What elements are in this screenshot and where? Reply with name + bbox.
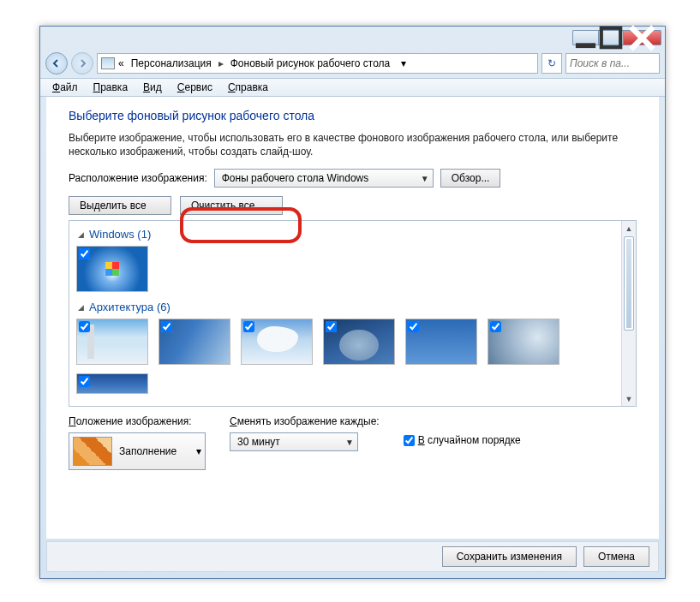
- position-label: Положение изображения:: [69, 415, 206, 427]
- group-windows[interactable]: ◢ Windows (1): [78, 228, 629, 241]
- address-dropdown-icon[interactable]: ▾: [397, 57, 410, 69]
- thumb-checkbox[interactable]: [161, 321, 172, 332]
- refresh-button[interactable]: ↻: [541, 53, 562, 74]
- chevron-down-icon: ▼: [345, 438, 354, 447]
- collapse-icon: ◢: [78, 230, 84, 239]
- nav-back-button[interactable]: [45, 52, 68, 75]
- menu-view[interactable]: Вид: [136, 80, 169, 95]
- breadcrumb-desktop-background[interactable]: Фоновый рисунок рабочего стола: [227, 56, 394, 71]
- selection-buttons: Выделить все Очистить все: [69, 196, 637, 215]
- svg-rect-1: [601, 28, 620, 47]
- wallpaper-list: ◢ Windows (1) ◢ Архитектура (6): [69, 220, 637, 407]
- maximize-button[interactable]: [598, 30, 624, 45]
- position-combo[interactable]: Заполнение ▾: [69, 432, 206, 470]
- thumb-checkbox[interactable]: [79, 248, 90, 259]
- wallpaper-thumb[interactable]: [159, 319, 230, 365]
- nav-forward-button[interactable]: [71, 52, 93, 75]
- clear-all-button[interactable]: Очистить все: [180, 196, 283, 215]
- page-title: Выберите фоновый рисунок рабочего стола: [69, 109, 637, 122]
- browse-button[interactable]: Обзор...: [440, 169, 501, 188]
- thumb-checkbox[interactable]: [79, 321, 90, 332]
- cancel-button[interactable]: Отмена: [583, 546, 649, 567]
- desktop-background-window: « Персонализация ▸ Фоновый рисунок рабоч…: [39, 26, 666, 579]
- scroll-down-icon[interactable]: ▼: [622, 391, 636, 406]
- scrollbar[interactable]: ▲ ▼: [621, 221, 636, 406]
- breadcrumb-personalization[interactable]: Персонализация: [128, 56, 215, 71]
- close-button[interactable]: [624, 30, 661, 45]
- wallpaper-thumb[interactable]: [323, 319, 395, 365]
- wallpaper-thumb[interactable]: [76, 246, 148, 292]
- wallpaper-thumb[interactable]: [488, 319, 559, 365]
- navbar: « Персонализация ▸ Фоновый рисунок рабоч…: [40, 49, 665, 78]
- menu-bar: Файл Правка Вид Сервис Справка: [40, 78, 665, 97]
- save-changes-button[interactable]: Сохранить изменения: [442, 546, 577, 567]
- menu-edit[interactable]: Правка: [87, 80, 135, 95]
- search-box[interactable]: [565, 53, 660, 74]
- content-area: Выберите фоновый рисунок рабочего стола …: [46, 97, 659, 539]
- chevron-right-icon: ▸: [218, 57, 224, 69]
- thumb-checkbox[interactable]: [490, 321, 501, 332]
- shuffle-option: В случайном порядке: [404, 434, 521, 446]
- location-row: Расположение изображения: Фоны рабочего …: [69, 169, 637, 188]
- minimize-button[interactable]: [572, 30, 598, 45]
- scrollbar-thumb[interactable]: [624, 236, 634, 331]
- thumb-checkbox[interactable]: [408, 321, 419, 332]
- wallpaper-thumb[interactable]: [241, 319, 313, 365]
- thumb-checkbox[interactable]: [79, 376, 90, 387]
- interval-label: Сменять изображение каждые:: [230, 415, 380, 427]
- menu-tools[interactable]: Сервис: [171, 80, 219, 95]
- location-label: Расположение изображения:: [69, 172, 207, 184]
- svg-rect-0: [576, 43, 595, 48]
- position-preview-icon: [73, 437, 112, 466]
- location-combo[interactable]: Фоны рабочего стола Windows ▼: [214, 169, 434, 188]
- menu-file[interactable]: Файл: [45, 80, 85, 95]
- page-description: Выберите изображение, чтобы использовать…: [69, 131, 637, 158]
- shuffle-label[interactable]: В случайном порядке: [418, 434, 521, 446]
- group-architecture[interactable]: ◢ Архитектура (6): [78, 301, 629, 313]
- bottom-controls: Положение изображения: Заполнение ▾ Смен…: [69, 415, 637, 470]
- select-all-button[interactable]: Выделить все: [69, 196, 171, 215]
- interval-combo[interactable]: 30 минут ▼: [230, 432, 358, 451]
- shuffle-checkbox[interactable]: [404, 435, 415, 446]
- chevron-down-icon: ▼: [421, 174, 429, 183]
- thumb-checkbox[interactable]: [326, 321, 337, 332]
- location-value: Фоны рабочего стола Windows: [222, 172, 369, 184]
- chevron-down-icon: ▾: [196, 445, 201, 457]
- position-value: Заполнение: [119, 445, 176, 457]
- menu-help[interactable]: Справка: [221, 80, 275, 95]
- wallpaper-thumb[interactable]: [405, 319, 477, 365]
- titlebar: [40, 27, 665, 49]
- wallpaper-thumb[interactable]: [76, 319, 148, 365]
- search-input[interactable]: [570, 57, 655, 69]
- breadcrumb-overflow[interactable]: «: [118, 57, 124, 69]
- folder-icon: [101, 57, 115, 69]
- collapse-icon: ◢: [78, 303, 84, 312]
- footer: Сохранить изменения Отмена: [46, 541, 659, 572]
- thumb-checkbox[interactable]: [243, 321, 254, 332]
- scroll-up-icon[interactable]: ▲: [622, 221, 636, 235]
- interval-value: 30 минут: [237, 436, 280, 448]
- wallpaper-thumb[interactable]: [76, 373, 148, 394]
- address-bar[interactable]: « Персонализация ▸ Фоновый рисунок рабоч…: [97, 53, 538, 74]
